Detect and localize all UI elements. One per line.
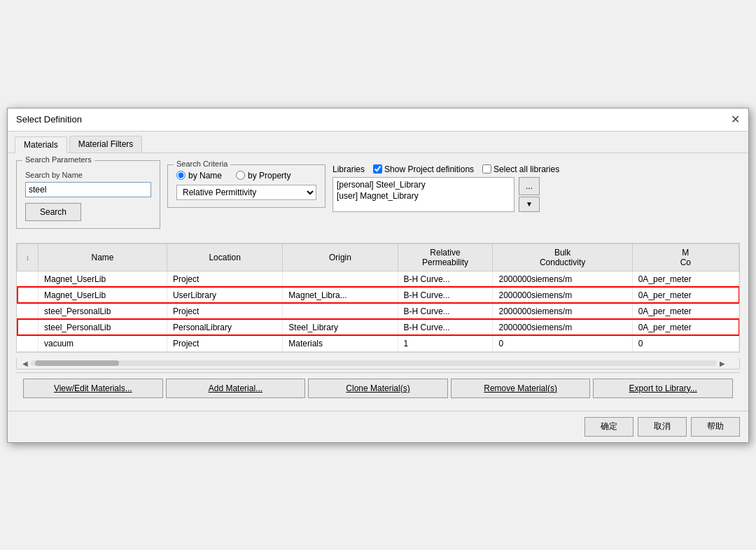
libraries-label: Libraries bbox=[332, 164, 365, 174]
cell-m-co: 0A_per_meter bbox=[632, 303, 738, 319]
cell-rel-perm: B-H Curve... bbox=[398, 319, 493, 335]
table-row[interactable]: Magnet_UserLibProjectB-H Curve...2000000… bbox=[18, 271, 739, 287]
cell-location: Project bbox=[167, 271, 282, 287]
cell-rel-perm: B-H Curve... bbox=[398, 287, 493, 303]
bottom-btn-4[interactable]: Export to Library... bbox=[593, 379, 733, 398]
search-input[interactable] bbox=[25, 182, 151, 197]
cell-icon bbox=[18, 335, 38, 351]
radio-row: by Name by Property bbox=[176, 171, 316, 181]
results-table-container: ↕ Name Location Origin Relative Permeabi… bbox=[16, 243, 740, 353]
cell-origin bbox=[283, 303, 398, 319]
libraries-list-container: [personal] Steel_Library [user] Magnet_L… bbox=[332, 177, 740, 212]
cell-bulk-cond: 2000000siemens/m bbox=[493, 287, 632, 303]
cell-rel-perm: 1 bbox=[398, 335, 493, 351]
cell-name: Magnet_UserLib bbox=[38, 287, 167, 303]
cell-icon bbox=[18, 303, 38, 319]
libraries-section: Libraries Show Project definitions Selec… bbox=[332, 164, 740, 212]
select-all-checkbox-label[interactable]: Select all libraries bbox=[482, 164, 559, 174]
cell-origin: Magnet_Libra... bbox=[283, 287, 398, 303]
property-dropdown[interactable]: Relative Permittivity bbox=[176, 185, 316, 200]
bottom-btn-0[interactable]: View/Edit Materials... bbox=[23, 379, 163, 398]
radio-by-property-input[interactable] bbox=[236, 171, 245, 180]
search-button[interactable]: Search bbox=[25, 203, 81, 221]
col-rel-perm[interactable]: Relative Permeability bbox=[398, 244, 493, 271]
bottom-btn-2[interactable]: Clone Material(s) bbox=[308, 379, 448, 398]
cell-origin: Materials bbox=[283, 335, 398, 351]
dialog-footer: 确定取消帮助 bbox=[8, 411, 748, 442]
close-button[interactable]: ✕ bbox=[731, 114, 740, 125]
tab-materials[interactable]: Materials bbox=[15, 136, 67, 153]
show-project-checkbox[interactable] bbox=[373, 164, 382, 174]
cell-name: steel_PersonalLib bbox=[38, 303, 167, 319]
col-origin[interactable]: Origin bbox=[283, 244, 398, 271]
horizontal-scrollbar[interactable]: ◀ ▶ bbox=[16, 358, 740, 369]
cell-name: steel_PersonalLib bbox=[38, 319, 167, 335]
title-bar: Select Definition ✕ bbox=[8, 108, 748, 132]
libraries-listbox[interactable]: [personal] Steel_Library [user] Magnet_L… bbox=[332, 177, 514, 212]
bottom-buttons-bar: View/Edit Materials...Add Material...Clo… bbox=[16, 372, 740, 404]
footer-btn-0[interactable]: 确定 bbox=[584, 417, 634, 437]
cell-rel-perm: B-H Curve... bbox=[398, 303, 493, 319]
col-location[interactable]: Location bbox=[167, 244, 282, 271]
radio-by-property[interactable]: by Property bbox=[236, 171, 290, 181]
cell-icon bbox=[18, 271, 38, 287]
tab-material-filters[interactable]: Material Filters bbox=[69, 136, 143, 153]
search-criteria-box: Search Criteria by Name by Property Rela… bbox=[167, 164, 326, 208]
search-criteria-legend: Search Criteria bbox=[174, 160, 230, 168]
libraries-header: Libraries Show Project definitions Selec… bbox=[332, 164, 740, 174]
libraries-more-button[interactable]: ... bbox=[519, 177, 540, 195]
col-name[interactable]: Name bbox=[38, 244, 167, 271]
cell-location: PersonalLibrary bbox=[167, 319, 282, 335]
table-body: Magnet_UserLibProjectB-H Curve...2000000… bbox=[18, 271, 739, 351]
table-row[interactable]: Magnet_UserLibUserLibraryMagnet_Libra...… bbox=[18, 287, 739, 303]
cell-name: Magnet_UserLib bbox=[38, 271, 167, 287]
table-row[interactable]: steel_PersonalLibProjectB-H Curve...2000… bbox=[18, 303, 739, 319]
radio-by-name[interactable]: by Name bbox=[176, 171, 222, 181]
cell-bulk-cond: 0 bbox=[493, 335, 632, 351]
search-params-legend: Search Parameters bbox=[22, 155, 94, 164]
results-table: ↕ Name Location Origin Relative Permeabi… bbox=[17, 244, 739, 352]
table-row[interactable]: steel_PersonalLibPersonalLibrarySteel_Li… bbox=[18, 319, 739, 335]
footer-btn-2[interactable]: 帮助 bbox=[691, 417, 740, 437]
select-definition-dialog: Select Definition ✕ Materials Material F… bbox=[7, 108, 749, 443]
table-area-wrapper: ↕ Name Location Origin Relative Permeabi… bbox=[16, 243, 740, 369]
library-item-0[interactable]: [personal] Steel_Library bbox=[335, 179, 512, 190]
bottom-btn-3[interactable]: Remove Material(s) bbox=[451, 379, 591, 398]
scroll-thumb[interactable] bbox=[35, 360, 119, 366]
col-icon: ↕ bbox=[18, 244, 38, 271]
select-all-checkbox[interactable] bbox=[482, 164, 491, 174]
cell-icon bbox=[18, 319, 38, 335]
bottom-btn-1[interactable]: Add Material... bbox=[166, 379, 306, 398]
cell-location: Project bbox=[167, 335, 282, 351]
library-item-1[interactable]: [user] Magnet_Library bbox=[335, 190, 512, 202]
show-project-checkbox-label[interactable]: Show Project definitions bbox=[373, 164, 474, 174]
libraries-scroll-down[interactable]: ▼ bbox=[519, 197, 540, 212]
scroll-track bbox=[31, 360, 717, 366]
cell-bulk-cond: 2000000siemens/m bbox=[493, 271, 632, 287]
cell-location: Project bbox=[167, 303, 282, 319]
cell-m-co: 0A_per_meter bbox=[632, 271, 738, 287]
cell-name: vacuum bbox=[38, 335, 167, 351]
footer-btn-1[interactable]: 取消 bbox=[638, 417, 687, 437]
search-name-section: Search by Name Search bbox=[25, 171, 151, 221]
cell-icon bbox=[18, 287, 38, 303]
search-by-label: Search by Name bbox=[25, 171, 151, 179]
cell-m-co: 0 bbox=[632, 335, 738, 351]
scroll-left-arrow[interactable]: ◀ bbox=[22, 360, 28, 367]
table-row[interactable]: vacuumProjectMaterials100 bbox=[18, 335, 739, 351]
dialog-title: Select Definition bbox=[16, 114, 82, 125]
content-area: Search Parameters Search by Name Search … bbox=[8, 153, 748, 411]
col-bulk-cond[interactable]: Bulk Conductivity bbox=[493, 244, 632, 271]
cell-bulk-cond: 2000000siemens/m bbox=[493, 303, 632, 319]
cell-m-co: 0A_per_meter bbox=[632, 287, 738, 303]
col-m-co[interactable]: M Co bbox=[632, 244, 738, 271]
sort-icon: ↕ bbox=[26, 254, 29, 262]
cell-origin: Steel_Library bbox=[283, 319, 398, 335]
cell-bulk-cond: 2000000siemens/m bbox=[493, 319, 632, 335]
tabs-row: Materials Material Filters bbox=[8, 132, 748, 153]
cell-rel-perm: B-H Curve... bbox=[398, 271, 493, 287]
scroll-right-arrow[interactable]: ▶ bbox=[720, 360, 725, 367]
search-parameters-box: Search Parameters Search by Name Search bbox=[16, 160, 160, 229]
table-header-row: ↕ Name Location Origin Relative Permeabi… bbox=[18, 244, 739, 271]
radio-by-name-input[interactable] bbox=[176, 171, 186, 180]
